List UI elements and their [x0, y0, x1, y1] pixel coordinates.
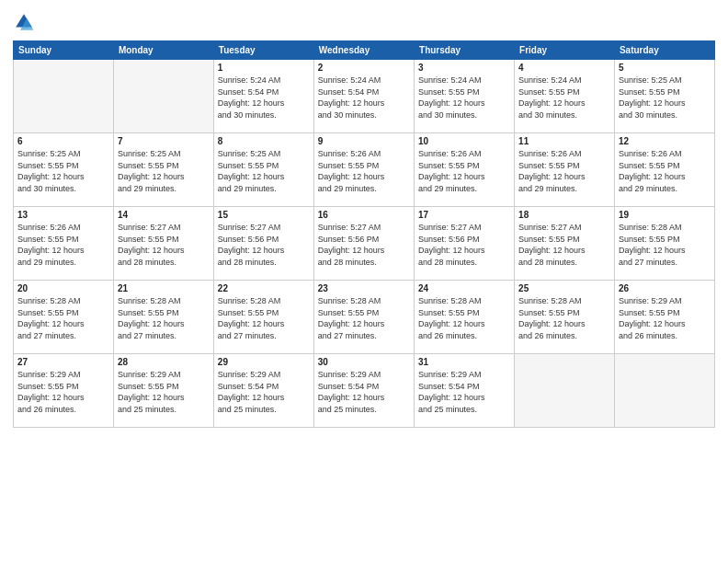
col-header-wednesday: Wednesday	[313, 41, 414, 60]
day-cell: 12Sunrise: 5:26 AM Sunset: 5:55 PM Dayli…	[614, 133, 714, 207]
day-number: 6	[17, 136, 109, 146]
day-number: 11	[518, 136, 610, 146]
day-number: 27	[17, 357, 109, 367]
day-info: Sunrise: 5:27 AM Sunset: 5:56 PM Dayligh…	[418, 222, 510, 268]
day-number: 10	[418, 136, 510, 146]
day-info: Sunrise: 5:26 AM Sunset: 5:55 PM Dayligh…	[619, 148, 711, 194]
day-number: 9	[318, 136, 410, 146]
day-number: 29	[218, 357, 310, 367]
day-number: 14	[118, 210, 210, 220]
day-cell: 30Sunrise: 5:29 AM Sunset: 5:54 PM Dayli…	[313, 354, 414, 428]
day-info: Sunrise: 5:24 AM Sunset: 5:54 PM Dayligh…	[318, 75, 410, 121]
day-info: Sunrise: 5:28 AM Sunset: 5:55 PM Dayligh…	[118, 295, 210, 341]
page: SundayMondayTuesdayWednesdayThursdayFrid…	[0, 0, 728, 563]
day-cell: 8Sunrise: 5:25 AM Sunset: 5:55 PM Daylig…	[213, 133, 313, 207]
day-cell: 28Sunrise: 5:29 AM Sunset: 5:55 PM Dayli…	[113, 354, 213, 428]
logo-icon	[13, 11, 35, 33]
week-row-2: 6Sunrise: 5:25 AM Sunset: 5:55 PM Daylig…	[14, 133, 715, 207]
day-info: Sunrise: 5:28 AM Sunset: 5:55 PM Dayligh…	[518, 295, 610, 341]
day-cell: 20Sunrise: 5:28 AM Sunset: 5:55 PM Dayli…	[14, 281, 114, 354]
day-info: Sunrise: 5:26 AM Sunset: 5:55 PM Dayligh…	[17, 222, 109, 268]
day-info: Sunrise: 5:25 AM Sunset: 5:55 PM Dayligh…	[218, 148, 310, 194]
day-number: 31	[418, 357, 510, 367]
week-row-1: 1Sunrise: 5:24 AM Sunset: 5:54 PM Daylig…	[14, 60, 715, 133]
day-number: 28	[118, 357, 210, 367]
day-cell: 16Sunrise: 5:27 AM Sunset: 5:56 PM Dayli…	[313, 207, 414, 281]
day-number: 20	[17, 283, 109, 293]
day-info: Sunrise: 5:26 AM Sunset: 5:55 PM Dayligh…	[318, 148, 410, 194]
day-number: 23	[318, 283, 410, 293]
day-number: 25	[518, 283, 610, 293]
day-number: 13	[17, 210, 109, 220]
week-row-4: 20Sunrise: 5:28 AM Sunset: 5:55 PM Dayli…	[14, 281, 715, 354]
day-info: Sunrise: 5:27 AM Sunset: 5:55 PM Dayligh…	[118, 222, 210, 268]
day-number: 22	[218, 283, 310, 293]
day-info: Sunrise: 5:28 AM Sunset: 5:55 PM Dayligh…	[619, 222, 711, 268]
week-row-5: 27Sunrise: 5:29 AM Sunset: 5:55 PM Dayli…	[14, 354, 715, 428]
col-header-sunday: Sunday	[14, 41, 114, 60]
day-info: Sunrise: 5:29 AM Sunset: 5:54 PM Dayligh…	[418, 369, 510, 415]
day-info: Sunrise: 5:29 AM Sunset: 5:54 PM Dayligh…	[318, 369, 410, 415]
day-cell	[113, 60, 213, 133]
day-cell: 3Sunrise: 5:24 AM Sunset: 5:55 PM Daylig…	[415, 60, 515, 133]
day-number: 4	[518, 63, 610, 73]
day-number: 16	[318, 210, 410, 220]
week-row-3: 13Sunrise: 5:26 AM Sunset: 5:55 PM Dayli…	[14, 207, 715, 281]
day-cell: 7Sunrise: 5:25 AM Sunset: 5:55 PM Daylig…	[113, 133, 213, 207]
day-cell: 11Sunrise: 5:26 AM Sunset: 5:55 PM Dayli…	[515, 133, 615, 207]
day-cell: 5Sunrise: 5:25 AM Sunset: 5:55 PM Daylig…	[614, 60, 714, 133]
day-number: 19	[619, 210, 711, 220]
calendar-table: SundayMondayTuesdayWednesdayThursdayFrid…	[13, 40, 715, 428]
day-cell: 4Sunrise: 5:24 AM Sunset: 5:55 PM Daylig…	[515, 60, 615, 133]
day-cell: 17Sunrise: 5:27 AM Sunset: 5:56 PM Dayli…	[415, 207, 515, 281]
day-info: Sunrise: 5:29 AM Sunset: 5:55 PM Dayligh…	[17, 369, 109, 415]
day-cell	[14, 60, 114, 133]
day-info: Sunrise: 5:28 AM Sunset: 5:55 PM Dayligh…	[218, 295, 310, 341]
day-cell	[515, 354, 615, 428]
col-header-monday: Monday	[113, 41, 213, 60]
col-header-thursday: Thursday	[415, 41, 515, 60]
day-number: 17	[418, 210, 510, 220]
day-cell: 1Sunrise: 5:24 AM Sunset: 5:54 PM Daylig…	[213, 60, 313, 133]
day-number: 1	[218, 63, 310, 73]
day-info: Sunrise: 5:27 AM Sunset: 5:55 PM Dayligh…	[518, 222, 610, 268]
day-number: 2	[318, 63, 410, 73]
day-info: Sunrise: 5:24 AM Sunset: 5:55 PM Dayligh…	[518, 75, 610, 121]
day-info: Sunrise: 5:26 AM Sunset: 5:55 PM Dayligh…	[518, 148, 610, 194]
day-cell: 21Sunrise: 5:28 AM Sunset: 5:55 PM Dayli…	[113, 281, 213, 354]
day-number: 24	[418, 283, 510, 293]
day-cell	[614, 354, 714, 428]
day-number: 30	[318, 357, 410, 367]
day-number: 7	[118, 136, 210, 146]
day-cell: 29Sunrise: 5:29 AM Sunset: 5:54 PM Dayli…	[213, 354, 313, 428]
day-cell: 25Sunrise: 5:28 AM Sunset: 5:55 PM Dayli…	[515, 281, 615, 354]
day-info: Sunrise: 5:25 AM Sunset: 5:55 PM Dayligh…	[619, 75, 711, 121]
header	[13, 11, 715, 33]
day-cell: 2Sunrise: 5:24 AM Sunset: 5:54 PM Daylig…	[313, 60, 414, 133]
day-number: 8	[218, 136, 310, 146]
day-cell: 26Sunrise: 5:29 AM Sunset: 5:55 PM Dayli…	[614, 281, 714, 354]
day-info: Sunrise: 5:28 AM Sunset: 5:55 PM Dayligh…	[418, 295, 510, 341]
day-info: Sunrise: 5:25 AM Sunset: 5:55 PM Dayligh…	[118, 148, 210, 194]
day-cell: 6Sunrise: 5:25 AM Sunset: 5:55 PM Daylig…	[14, 133, 114, 207]
day-info: Sunrise: 5:29 AM Sunset: 5:55 PM Dayligh…	[118, 369, 210, 415]
day-cell: 19Sunrise: 5:28 AM Sunset: 5:55 PM Dayli…	[614, 207, 714, 281]
day-cell: 13Sunrise: 5:26 AM Sunset: 5:55 PM Dayli…	[14, 207, 114, 281]
day-cell: 14Sunrise: 5:27 AM Sunset: 5:55 PM Dayli…	[113, 207, 213, 281]
day-cell: 24Sunrise: 5:28 AM Sunset: 5:55 PM Dayli…	[415, 281, 515, 354]
day-info: Sunrise: 5:28 AM Sunset: 5:55 PM Dayligh…	[318, 295, 410, 341]
day-number: 21	[118, 283, 210, 293]
day-number: 26	[619, 283, 711, 293]
day-cell: 23Sunrise: 5:28 AM Sunset: 5:55 PM Dayli…	[313, 281, 414, 354]
day-number: 3	[418, 63, 510, 73]
day-info: Sunrise: 5:25 AM Sunset: 5:55 PM Dayligh…	[17, 148, 109, 194]
day-cell: 15Sunrise: 5:27 AM Sunset: 5:56 PM Dayli…	[213, 207, 313, 281]
day-number: 5	[619, 63, 711, 73]
header-row: SundayMondayTuesdayWednesdayThursdayFrid…	[14, 41, 715, 60]
day-number: 15	[218, 210, 310, 220]
day-info: Sunrise: 5:29 AM Sunset: 5:54 PM Dayligh…	[218, 369, 310, 415]
day-cell: 10Sunrise: 5:26 AM Sunset: 5:55 PM Dayli…	[415, 133, 515, 207]
day-cell: 18Sunrise: 5:27 AM Sunset: 5:55 PM Dayli…	[515, 207, 615, 281]
day-cell: 27Sunrise: 5:29 AM Sunset: 5:55 PM Dayli…	[14, 354, 114, 428]
day-info: Sunrise: 5:27 AM Sunset: 5:56 PM Dayligh…	[218, 222, 310, 268]
